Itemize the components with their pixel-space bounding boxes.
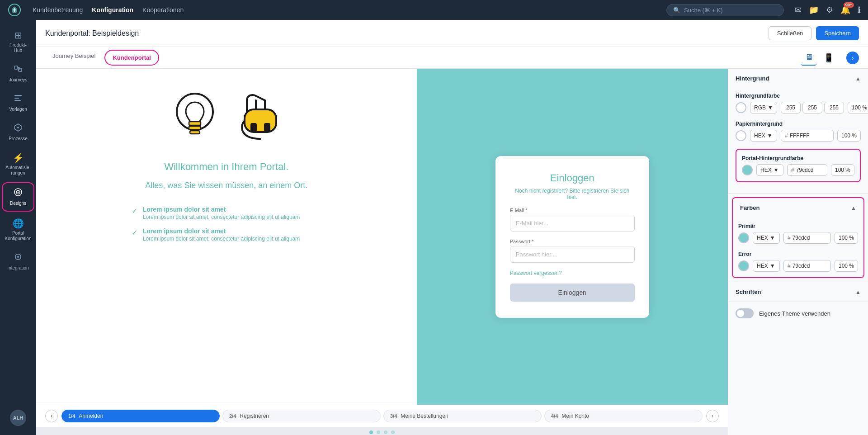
rgb-g-input[interactable]: 255 (802, 102, 822, 113)
sidebar-item-journeys[interactable]: Journeys (2, 60, 34, 87)
email-input[interactable]: E-Mail hier... (510, 215, 635, 232)
schriften-section: Schriften ▲ (728, 282, 868, 302)
dropdown-chevron-icon: ▼ (770, 263, 775, 269)
email-label: E-Mail * (510, 208, 635, 213)
schriften-section-header[interactable]: Schriften ▲ (728, 282, 868, 302)
search-icon: 🔍 (673, 7, 680, 14)
primary-value: 79cdcd (793, 235, 827, 241)
error-mode-select[interactable]: HEX ▼ (753, 260, 780, 272)
prev-step-button[interactable]: ‹ (45, 410, 58, 422)
mobile-view-toggle[interactable]: 📱 (820, 50, 837, 66)
tab-kundenportal[interactable]: Kundenportal (104, 50, 159, 66)
nav-kooperationen[interactable]: Kooperationen (142, 5, 184, 15)
right-panel: Hintergrund ▲ Hintergrundfarbe RGB ▼ (728, 69, 868, 435)
settings-icon[interactable]: ⚙ (826, 5, 833, 15)
papierhintergrund-value-input[interactable]: # FFFFFF (781, 130, 834, 142)
bottom-navigation: ‹ 1/4 Anmelden 2/4 Registrieren 3/4 Mein (36, 405, 728, 427)
step-pill-4[interactable]: 4/4 Mein Konto (544, 410, 703, 422)
sidebar-item-vorlagen[interactable]: Vorlagen (2, 89, 34, 117)
hintergrundfarbe-opacity[interactable]: 100 % (848, 102, 868, 113)
portal-hintergrundfarbe-swatch[interactable] (742, 165, 753, 175)
step-pill-2[interactable]: 2/4 Registrieren (222, 410, 381, 422)
rgb-r-input[interactable]: 255 (781, 102, 801, 113)
svg-point-10 (18, 192, 19, 193)
forgot-password-link[interactable]: Passwort vergessen? (510, 270, 635, 276)
folder-icon[interactable]: 📁 (809, 5, 819, 15)
step-pill-3[interactable]: 3/4 Meine Bestellungen (383, 410, 542, 422)
papierhintergrund-mode-select[interactable]: HEX ▼ (750, 130, 777, 142)
papierhintergrund-label: Papierhintergrund (736, 121, 861, 127)
journeys-icon (14, 64, 23, 76)
toggle-knob (737, 310, 744, 317)
dot-3 (384, 430, 387, 434)
tabs-list: Journey Beispiel Kundenportal (45, 47, 159, 68)
error-value: 79cdcd (793, 263, 827, 269)
mail-icon[interactable]: ✉ (795, 5, 802, 15)
portal-hintergrundfarbe-value: 79cdcd (796, 167, 823, 173)
farben-section-header[interactable]: Farben ▲ (732, 197, 864, 218)
primary-color-swatch[interactable] (738, 232, 749, 243)
theme-toggle[interactable] (736, 308, 754, 318)
portal-hintergrundfarbe-opacity[interactable]: 100 % (831, 164, 854, 176)
papierhintergrund-opacity[interactable]: 100 % (837, 130, 861, 142)
panel-toggle-button[interactable]: › (846, 52, 859, 64)
login-button[interactable]: Einloggen (510, 284, 635, 302)
processes-icon (14, 123, 23, 134)
nav-kundenbetreuung[interactable]: Kundenbetreuung (33, 5, 83, 15)
top-nav-links: Kundenbetreuung Konfiguration Kooperatio… (33, 5, 656, 15)
primary-mode-select[interactable]: HEX ▼ (753, 232, 780, 244)
sidebar-item-integration[interactable]: Integration (2, 248, 34, 275)
portal-icon: 🌐 (13, 218, 24, 229)
search-bar[interactable]: 🔍 Suche (⌘ + K) (666, 4, 784, 16)
nav-konfiguration[interactable]: Konfiguration (92, 5, 133, 15)
error-value-input[interactable]: # 79cdcd (783, 260, 831, 272)
sidebar-item-portal-konfiguration[interactable]: 🌐 Portal Konfiguration (2, 213, 34, 246)
svg-rect-15 (190, 131, 200, 134)
schriften-chevron-icon: ▲ (855, 289, 861, 295)
page-header-actions: Schließen Speichern (769, 26, 859, 40)
password-input[interactable]: Passwort hier... (510, 246, 635, 263)
svg-rect-1 (14, 66, 18, 69)
color-hash: # (788, 235, 791, 241)
sidebar-item-automatisierungen[interactable]: ⚡ Automatisie- rungen (2, 148, 34, 180)
papierhintergrund-value: FFFFFF (790, 132, 830, 139)
next-step-button[interactable]: › (706, 410, 719, 422)
svg-rect-3 (14, 95, 22, 96)
desktop-view-toggle[interactable]: 🖥 (801, 50, 816, 66)
info-icon[interactable]: ℹ (858, 5, 861, 15)
bulb-illustration (170, 87, 220, 150)
svg-point-11 (17, 256, 19, 258)
close-button[interactable]: Schließen (769, 26, 812, 40)
list-item-desc: Lorem ipsum dolor sit amet, consectetur … (143, 236, 300, 242)
sidebar-item-designs[interactable]: Designs (2, 182, 34, 212)
rgb-b-input[interactable]: 255 (824, 102, 844, 113)
hintergrund-chevron-icon: ▲ (855, 76, 861, 82)
step-pill-1[interactable]: 1/4 Anmelden (61, 410, 220, 422)
primary-value-input[interactable]: # 79cdcd (783, 232, 831, 244)
content-area: Kundenportal: Beispieldesign Schließen S… (36, 20, 868, 435)
main-layout: ⊞ Produkt-Hub Journeys Vorlagen (0, 20, 868, 435)
page-title: Kundenportal: Beispieldesign (45, 29, 139, 38)
farben-section-body: Primär HEX ▼ # 79cdcd (732, 218, 864, 278)
dropdown-chevron-icon: ▼ (768, 104, 773, 111)
error-opacity[interactable]: 100 % (835, 260, 858, 272)
sidebar-item-prozesse[interactable]: Prozesse (2, 118, 34, 146)
automation-icon: ⚡ (13, 152, 24, 163)
notifications-icon[interactable]: 🔔 99+ (840, 5, 850, 15)
user-avatar[interactable]: ALH (10, 410, 26, 426)
papierhintergrund-swatch[interactable] (736, 130, 746, 141)
app-logo[interactable] (7, 3, 22, 17)
portal-hintergrundfarbe-value-input[interactable]: # 79cdcd (787, 164, 827, 176)
hintergrundfarbe-mode-select[interactable]: RGB ▼ (750, 102, 777, 113)
theme-label: Eigenes Theme verwenden (759, 310, 830, 317)
portal-hintergrundfarbe-mode-select[interactable]: HEX ▼ (756, 164, 783, 176)
designs-icon (14, 188, 23, 199)
save-button[interactable]: Speichern (816, 26, 859, 40)
hintergrundfarbe-swatch[interactable] (736, 102, 746, 113)
sidebar-item-produkt-hub[interactable]: ⊞ Produkt-Hub (2, 25, 34, 58)
error-color-swatch[interactable] (738, 260, 749, 271)
list-item-title: Lorem ipsum dolor sit amet (143, 227, 300, 235)
hintergrund-section-header[interactable]: Hintergrund ▲ (728, 69, 868, 88)
tab-journey-beispiel[interactable]: Journey Beispiel (45, 47, 103, 68)
primary-opacity[interactable]: 100 % (835, 232, 858, 244)
